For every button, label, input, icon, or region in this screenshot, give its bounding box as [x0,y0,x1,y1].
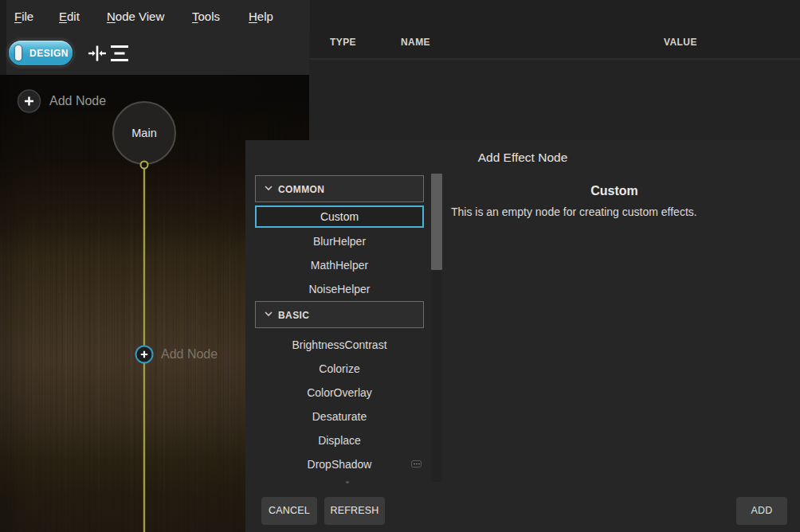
svg-text:Add Node: Add Node [49,94,106,108]
svg-text:Main: Main [131,127,156,139]
svg-text:Add Node: Add Node [161,347,218,361]
